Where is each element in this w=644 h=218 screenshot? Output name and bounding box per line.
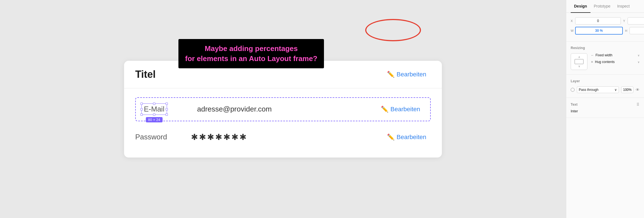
tab-inspect[interactable]: Inspect [614, 0, 633, 13]
y-field: Y [623, 17, 644, 25]
layer-blend-icon [571, 88, 575, 92]
fixed-width-label: Fixed width [595, 53, 636, 57]
pencil-icon-email: ✏️ [381, 106, 388, 113]
hug-contents-label: Hug contents [595, 60, 636, 64]
x-field: X [571, 17, 621, 25]
main-card: Titel ✏️ Bearbeiten E-Mail [124, 61, 442, 158]
password-bearbeiten-button[interactable]: ✏️ Bearbeiten [382, 131, 431, 143]
email-label-box: E-Mail 80 × 24 [141, 103, 167, 115]
layer-blend-select[interactable]: Pass through ∨ [577, 86, 619, 93]
coords-section: X Y W H ↺ [566, 13, 644, 42]
coord-row-wh: W H ↺ [571, 27, 640, 35]
resize-options: ↔ Fixed width ∨ ✕ Hug contents ∨ [591, 53, 640, 64]
hug-contents-option[interactable]: ✕ Hug contents ∨ [591, 60, 640, 64]
visibility-icon[interactable]: 👁 [636, 88, 640, 92]
text-section-header: Text ⠿ [571, 102, 640, 107]
text-options-icon[interactable]: ⠿ [636, 102, 640, 107]
resize-inner-box [575, 59, 584, 64]
fixed-width-option[interactable]: ↔ Fixed width ∨ [591, 53, 640, 57]
coord-row-xy: X Y [571, 17, 640, 25]
size-badge: 80 × 24 [146, 117, 163, 122]
handle-bm [153, 113, 155, 116]
y-input[interactable] [628, 17, 644, 25]
resize-visual: ∧ ∨ [571, 53, 587, 70]
password-field-row: Password ✱✱✱✱✱✱✱ ✏️ Bearbeiten [135, 126, 431, 149]
hug-contents-icon: ✕ [591, 60, 593, 64]
handle-tl [141, 103, 143, 105]
layer-opacity-input[interactable] [621, 86, 633, 93]
layer-blend-chevron: ∨ [614, 88, 617, 92]
text-section: Text ⠿ Inter [566, 98, 644, 118]
email-field-row: E-Mail 80 × 24 adresse@provide [135, 97, 431, 121]
tab-design[interactable]: Design [571, 0, 590, 13]
h-label: H [625, 29, 628, 32]
resizing-grid: ∧ ∨ ↔ Fixed width ∨ ✕ Hug contents ∨ [571, 53, 640, 70]
w-label: W [571, 29, 574, 32]
w-input[interactable] [575, 27, 623, 35]
pencil-icon: ✏️ [387, 71, 394, 78]
email-bearbeiten-button[interactable]: ✏️ Bearbeiten [376, 103, 425, 115]
right-panel: Design Prototype Inspect X Y W H ↺ [566, 0, 644, 218]
email-value: adresse@provider.com [192, 105, 376, 113]
font-name: Inter [571, 109, 640, 113]
resizing-section: Resizing ∧ ∨ ↔ Fixed width ∨ ✕ Hug conte… [566, 42, 644, 75]
hug-contents-chevron: ∨ [638, 60, 640, 64]
resize-arrow-up: ∧ [578, 55, 580, 59]
resizing-title: Resizing [571, 46, 640, 50]
h-input[interactable] [630, 27, 644, 34]
handle-bl [141, 113, 143, 116]
x-input[interactable] [575, 17, 621, 25]
layer-section: Layer Pass through ∨ 👁 [566, 75, 644, 98]
pencil-icon-password: ✏️ [387, 134, 394, 141]
x-label: X [571, 19, 574, 23]
handle-mr [166, 108, 168, 110]
text-title: Text [571, 103, 578, 106]
panel-tabs: Design Prototype Inspect [566, 0, 644, 13]
w-field: W [571, 27, 623, 35]
layer-blend-label: Pass through [579, 88, 599, 92]
email-label: E-Mail 80 × 24 [141, 103, 192, 115]
resize-arrow-down: ∨ [578, 65, 580, 68]
canvas-area: Maybe adding percentages for elements in… [0, 0, 566, 218]
annotation-tooltip: Maybe adding percentages for elements in… [178, 39, 324, 68]
password-label: Password [135, 133, 185, 141]
card-title: Titel [135, 69, 156, 80]
fixed-width-chevron: ∨ [638, 54, 640, 57]
h-field: H [625, 27, 644, 35]
handle-tr [166, 103, 168, 105]
handle-tm [153, 103, 155, 105]
card-body: E-Mail 80 × 24 adresse@provide [124, 88, 442, 158]
layer-title: Layer [571, 79, 640, 83]
y-label: Y [623, 19, 626, 23]
layer-row: Pass through ∨ 👁 [571, 86, 640, 93]
handle-ml [141, 108, 143, 110]
header-bearbeiten-button[interactable]: ✏️ Bearbeiten [382, 69, 431, 80]
tab-prototype[interactable]: Prototype [590, 0, 614, 13]
password-value: ✱✱✱✱✱✱✱ [185, 132, 382, 142]
handle-br [166, 113, 168, 116]
red-circle-annotation [365, 19, 421, 41]
fixed-width-icon: ↔ [591, 54, 594, 57]
